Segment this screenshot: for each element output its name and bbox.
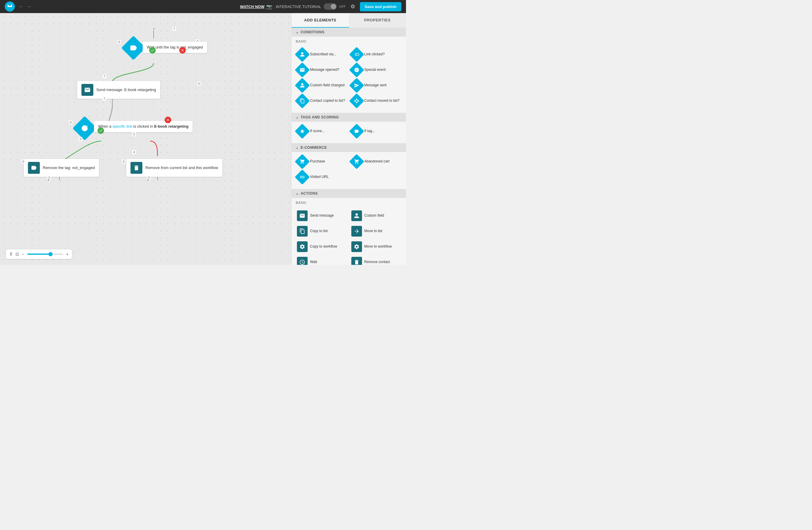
condition-node[interactable]: When a specific link is clicked in E-boo… (76, 120, 175, 131)
element-custom-field-changed[interactable]: ✎ Custom field changed (294, 78, 349, 93)
if-tag-icon (349, 124, 364, 139)
purchase-icon (295, 154, 310, 169)
badge-cond-yes: 0 (79, 137, 82, 141)
badge-remove-list-left: 0 (122, 159, 126, 164)
action-custom-field[interactable]: Custom field (349, 208, 403, 223)
remove-tag-node[interactable]: Remove the tag: not_engaged (24, 159, 99, 177)
contact-moved-icon (349, 94, 364, 109)
camera-icon: 📷 (266, 4, 272, 10)
send-message-node[interactable]: Send message: E-book retargeting (77, 81, 160, 99)
visited-url-icon (295, 170, 310, 185)
badge-top: 7 (172, 27, 176, 31)
custom-field-action-icon (351, 210, 362, 221)
badge-wait-left: 0 (117, 40, 121, 44)
zoom-slider[interactable] (27, 253, 63, 255)
fit-view-button[interactable]: ⊼ (10, 252, 13, 256)
message-opened-icon (295, 62, 310, 78)
action-move-to-workflow[interactable]: Move to workflow (349, 239, 403, 254)
ecommerce-section-header[interactable]: ▲ E-COMMERCE (292, 143, 406, 152)
conditions-basic-grid: Subscribed via... Link clicked? Message … (292, 45, 406, 110)
remove-list-node[interactable]: Remove from current list and this workfl… (126, 159, 222, 177)
svg-text:✎: ✎ (303, 86, 304, 87)
tags-scoring-grid: If score... If tag... (292, 122, 406, 141)
subscribed-via-icon (295, 47, 310, 62)
ecommerce-grid: Purchase Abandoned cart Visited URL (292, 152, 406, 186)
action-move-to-list[interactable]: Move to list (349, 223, 403, 239)
redo-button[interactable]: → (26, 3, 31, 10)
link-clicked-icon (349, 47, 364, 62)
badge-cond-left: 0 (69, 120, 73, 124)
specific-link[interactable]: specific link (112, 124, 132, 128)
special-event-icon (349, 62, 364, 78)
move-to-list-icon (351, 226, 362, 237)
zoom-in-button[interactable]: + (66, 252, 68, 256)
element-subscribed-via[interactable]: Subscribed via... (294, 47, 349, 62)
undo-button[interactable]: ← (18, 3, 24, 10)
tags-scoring-section-header[interactable]: ▲ TAGS AND SCORING (292, 113, 406, 122)
element-visited-url[interactable]: Visited URL (294, 169, 349, 185)
canvas-zoom-controls: ⊼ ⊡ − + (6, 249, 72, 259)
element-abandoned-cart[interactable]: Abandoned cart (349, 154, 403, 169)
actions-collapse-icon: ▲ (296, 192, 299, 195)
message-sent-icon (349, 78, 364, 93)
conditions-collapse-icon: ▲ (296, 31, 299, 34)
panel-tabs: ADD ELEMENTS PROPERTIES (292, 13, 406, 28)
tutorial-toggle[interactable] (324, 3, 337, 10)
element-if-tag[interactable]: If tag... (349, 124, 403, 139)
remove-tag-bottom-connector (47, 179, 50, 182)
remove-contact-icon (351, 257, 362, 265)
element-contact-moved-list[interactable]: Contact moved to list? (349, 93, 403, 109)
tag-icon (28, 162, 40, 174)
if-score-icon (295, 124, 310, 139)
badge-send-right: 0 (197, 82, 201, 86)
right-panel: ADD ELEMENTS PROPERTIES ▲ CONDITIONS BAS… (291, 13, 406, 265)
workflow-canvas[interactable]: 7 0 Wait until the tag is not_engaged 0 (0, 13, 291, 265)
app-logo (5, 1, 15, 12)
contact-copied-icon (295, 94, 310, 109)
tab-add-elements[interactable]: ADD ELEMENTS (292, 13, 349, 28)
badge-remove-tag-left: 0 (21, 159, 25, 164)
conditions-section-header[interactable]: ▲ CONDITIONS (292, 28, 406, 37)
action-copy-to-list[interactable]: Copy to list (294, 223, 349, 239)
element-message-opened[interactable]: Message opened? (294, 62, 349, 78)
top-navigation: ← → WATCH NOW 📷 INTERACTIVE TUTORIAL OFF… (0, 0, 406, 13)
actions-grid: Send message Custom field Copy to list (292, 206, 406, 265)
badge-send-top: 7 (103, 74, 106, 78)
tags-scoring-collapse-icon: ▲ (296, 116, 299, 119)
wait-action-icon (297, 257, 308, 265)
element-if-score[interactable]: If score... (294, 124, 349, 139)
remove-list-bottom-connector (146, 179, 149, 182)
cond-yes-connector (98, 127, 104, 134)
watch-now-button[interactable]: WATCH NOW 📷 (240, 4, 272, 10)
custom-field-changed-icon: ✎ (295, 78, 310, 93)
trash-icon (130, 162, 142, 174)
wait-node[interactable]: Wait until the tag is not_engaged (125, 39, 189, 51)
cond-no-connector (165, 117, 171, 123)
action-remove-contact[interactable]: Remove contact (349, 254, 403, 265)
action-copy-to-workflow[interactable]: Copy to workflow (294, 239, 349, 254)
element-message-sent[interactable]: Message sent (349, 78, 403, 93)
no-connector (179, 47, 186, 54)
settings-gear-icon[interactable]: ⚙ (349, 2, 357, 11)
element-special-event[interactable]: Special event (349, 62, 403, 78)
basic-subsection-label: BASIC (292, 37, 406, 45)
zoom-out-button[interactable]: − (22, 252, 24, 256)
actions-section-header[interactable]: ▲ ACTIONS (292, 189, 406, 198)
send-message-action-icon (297, 210, 308, 221)
element-purchase[interactable]: Purchase (294, 154, 349, 169)
undo-redo-controls: ← → (18, 3, 31, 10)
move-to-workflow-icon (351, 241, 362, 252)
tab-properties[interactable]: PROPERTIES (349, 13, 406, 28)
action-send-message[interactable]: Send message (294, 208, 349, 223)
badge-send-bottom: 7 (103, 96, 106, 101)
element-contact-copied-list[interactable]: Contact copied to list? (294, 93, 349, 109)
actions-basic-label: BASIC (292, 198, 406, 206)
action-wait[interactable]: Wait (294, 254, 349, 265)
top-entry-connector (153, 27, 156, 30)
save-publish-button[interactable]: Save and publish (360, 2, 401, 11)
element-link-clicked[interactable]: Link clicked? (349, 47, 403, 62)
abandoned-cart-icon (349, 154, 364, 169)
interactive-tutorial-control: INTERACTIVE TUTORIAL OFF (276, 3, 346, 10)
fullscreen-button[interactable]: ⊡ (15, 252, 19, 256)
ecommerce-collapse-icon: ▲ (296, 146, 299, 149)
